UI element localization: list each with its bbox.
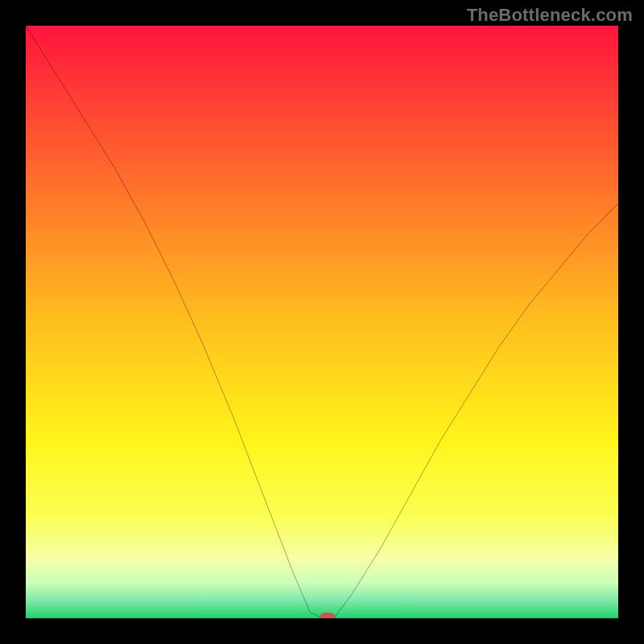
chart-frame: TheBottleneck.com [0,0,644,644]
bottleneck-curve [26,26,618,618]
bottleneck-marker [320,613,336,618]
watermark-text: TheBottleneck.com [467,5,633,26]
plot-area [26,26,618,618]
